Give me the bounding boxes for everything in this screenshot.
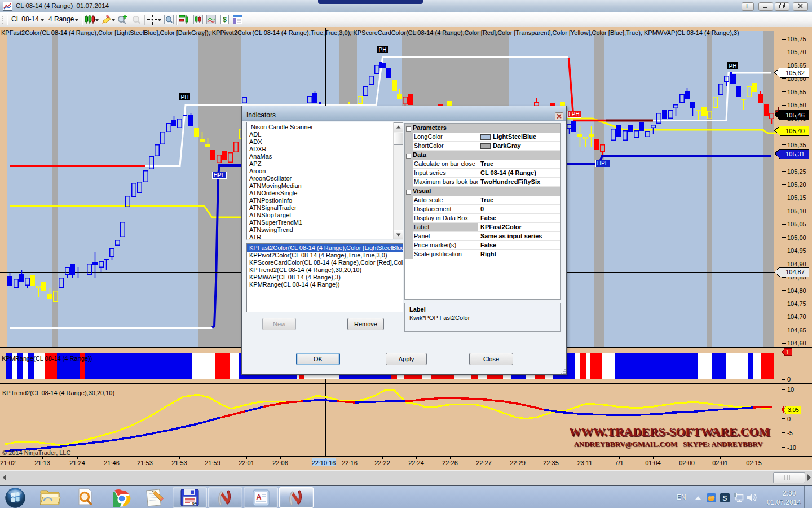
svg-text:21:13: 21:13 xyxy=(34,459,50,466)
svg-text:105,62: 105,62 xyxy=(785,69,805,76)
svg-text:22:16: 22:16 xyxy=(342,459,358,466)
svg-text:KPFast2Color(CL 08-14 (4 Range: KPFast2Color(CL 08-14 (4 Range),Color [L… xyxy=(1,29,739,36)
svg-text:02:15: 02:15 xyxy=(746,459,762,466)
svg-text:22:10:16: 22:10:16 xyxy=(312,459,336,466)
svg-text:PH: PH xyxy=(379,47,387,53)
svg-text:S: S xyxy=(722,494,727,502)
svg-text:10: 10 xyxy=(787,386,794,393)
svg-text:22:29: 22:29 xyxy=(510,459,526,466)
svg-text:21:53: 21:53 xyxy=(171,459,187,466)
svg-text:105,05: 105,05 xyxy=(787,221,806,227)
svg-text:104,80: 104,80 xyxy=(787,287,806,294)
svg-text:HPL: HPL xyxy=(214,172,225,178)
svg-text:105,00: 105,00 xyxy=(787,234,806,241)
svg-text:104,95: 104,95 xyxy=(787,247,806,254)
svg-text:104,70: 104,70 xyxy=(787,313,806,320)
svg-text:22:22: 22:22 xyxy=(374,459,390,466)
svg-text:02:01: 02:01 xyxy=(712,459,728,466)
svg-text:-5: -5 xyxy=(787,430,793,436)
svg-text:105,35: 105,35 xyxy=(787,142,806,148)
svg-text:3,05: 3,05 xyxy=(788,407,799,413)
svg-text:22:24: 22:24 xyxy=(408,459,424,466)
svg-text:104,65: 104,65 xyxy=(787,327,806,334)
svg-text:LPH: LPH xyxy=(568,111,579,117)
svg-text:105,70: 105,70 xyxy=(787,49,806,55)
svg-text:104,90: 104,90 xyxy=(787,261,806,268)
svg-text:105,15: 105,15 xyxy=(787,194,806,201)
svg-text:22:06: 22:06 xyxy=(272,459,288,466)
svg-text:21:46: 21:46 xyxy=(104,459,120,466)
svg-text:KPTrend2(CL 08-14 (4 Range),30: KPTrend2(CL 08-14 (4 Range),30,20,10) xyxy=(2,389,114,396)
svg-text:© 2014 NinjaTrader, LLC: © 2014 NinjaTrader, LLC xyxy=(2,449,70,456)
svg-text:7/1: 7/1 xyxy=(615,459,623,466)
svg-text:105,75: 105,75 xyxy=(787,36,806,42)
svg-text:KPMRange(CL 08-14 (4 Range)): KPMRange(CL 08-14 (4 Range)) xyxy=(2,355,92,362)
svg-text:105,50: 105,50 xyxy=(787,102,806,108)
svg-text:23:11: 23:11 xyxy=(577,459,593,466)
svg-text:21:59: 21:59 xyxy=(205,459,220,466)
svg-text:22:01: 22:01 xyxy=(239,459,254,466)
svg-text:105,40: 105,40 xyxy=(785,128,805,134)
svg-text:0: 0 xyxy=(787,376,791,383)
svg-text:104,87: 104,87 xyxy=(785,269,805,275)
svg-text:105,10: 105,10 xyxy=(787,208,806,214)
svg-text:WWW.TRADERS-SOFTWARE.COM: WWW.TRADERS-SOFTWARE.COM xyxy=(569,425,770,439)
svg-text:A: A xyxy=(256,493,262,501)
svg-text:-10: -10 xyxy=(787,444,796,451)
svg-text:ANDREYBBRV@GMAIL.COM SKYPE:: ANDREYBBRV@GMAIL.COM SKYPE: ANDREYBBRV xyxy=(573,440,763,448)
svg-text:PH: PH xyxy=(729,63,737,69)
svg-text:21:02: 21:02 xyxy=(0,459,16,466)
svg-text:105,31: 105,31 xyxy=(785,151,805,157)
svg-text:0: 0 xyxy=(787,415,791,422)
svg-text:22:27: 22:27 xyxy=(476,459,492,466)
svg-text:64: 64 xyxy=(192,501,197,505)
svg-text:105,46: 105,46 xyxy=(785,112,805,119)
svg-text:1: 1 xyxy=(785,349,789,356)
svg-text:105,55: 105,55 xyxy=(787,89,806,95)
svg-text:02:00: 02:00 xyxy=(679,459,695,466)
svg-text:$: $ xyxy=(223,16,227,24)
svg-text:HPL: HPL xyxy=(597,160,608,167)
svg-text:22:26: 22:26 xyxy=(442,459,458,466)
svg-text:105,25: 105,25 xyxy=(787,168,806,175)
svg-text:21:53: 21:53 xyxy=(137,459,153,466)
svg-text:104,60: 104,60 xyxy=(787,340,806,347)
svg-text:104,75: 104,75 xyxy=(787,300,806,307)
svg-text:21:24: 21:24 xyxy=(69,459,85,466)
svg-text:105,20: 105,20 xyxy=(787,181,806,188)
svg-text:22:35: 22:35 xyxy=(543,459,559,466)
svg-text:PH: PH xyxy=(181,94,189,100)
svg-text:01:04: 01:04 xyxy=(645,459,661,466)
